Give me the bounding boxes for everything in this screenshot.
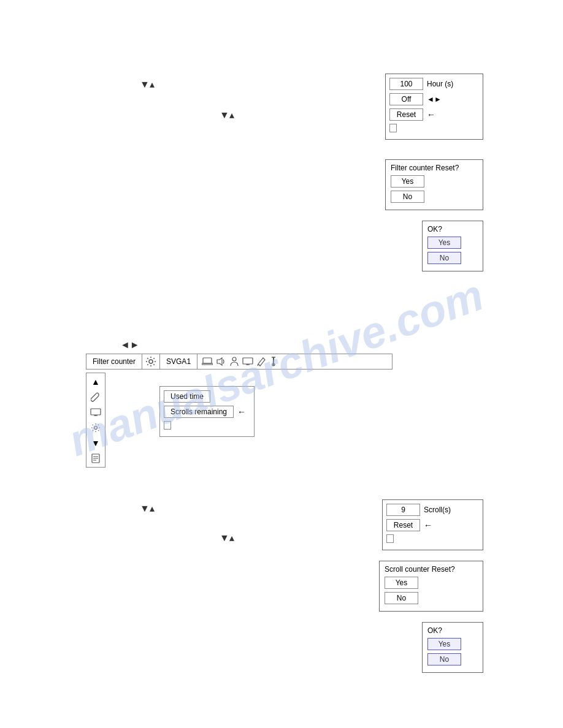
scroll-reset-no-button[interactable]: No	[385, 592, 418, 604]
ok-no-row-bottom: No	[427, 653, 478, 665]
settings-icon-bar[interactable]	[142, 354, 160, 369]
small-square-3	[386, 534, 394, 543]
scroll-small-square-row	[386, 534, 479, 543]
svg-rect-2	[202, 363, 213, 365]
nav-double-arrow: ◄►	[120, 339, 140, 351]
sidebar-wrench-icon[interactable]	[88, 390, 103, 404]
page: manualsarchive.com ▼▴ ▼▴ Hour (s) Off ◄►…	[0, 0, 563, 728]
small-square-2	[164, 421, 171, 430]
used-time-panel: Used time Scrolls remaining ←	[159, 386, 255, 437]
ok-no-button-bottom[interactable]: No	[427, 653, 461, 665]
double-arrow-icon: ◄►	[427, 95, 442, 104]
arrow-right-icon: ←	[427, 110, 435, 119]
hours-unit: Hour (s)	[427, 80, 453, 88]
bottom-arrow-1: ▼▴	[140, 502, 155, 514]
ok-yes-row-top: Yes	[427, 237, 478, 249]
ok-dialog-top: OK? Yes No	[422, 221, 483, 271]
svg-marker-3	[217, 358, 222, 365]
hours-panel: Hour (s) Off ◄► Reset ←	[385, 74, 483, 140]
off-button[interactable]: Off	[389, 93, 423, 105]
filter-counter-reset-dialog: Filter counter Reset? Yes No	[385, 159, 483, 210]
monitor-icon[interactable]	[240, 354, 255, 369]
sidebar-down-icon[interactable]: ▼	[88, 436, 103, 450]
speaker-icon[interactable]	[215, 354, 228, 369]
gear-svg	[145, 356, 156, 367]
ok-yes-button-bottom[interactable]: Yes	[427, 638, 461, 650]
scroll-reset-yes-button[interactable]: Yes	[385, 577, 418, 589]
used-time-row: Used time	[164, 390, 250, 403]
scroll-reset-button[interactable]: Reset	[386, 519, 420, 531]
pencil-icon[interactable]	[255, 354, 267, 369]
ok-yes-row-bottom: Yes	[427, 638, 478, 650]
svg-rect-5	[243, 358, 253, 364]
scroll-reset-yes-row: Yes	[385, 577, 478, 589]
scroll-counter-reset-dialog: Scroll counter Reset? Yes No	[379, 561, 483, 612]
filter-reset-no-row: No	[391, 191, 478, 203]
ok-yes-button-top[interactable]: Yes	[427, 237, 461, 249]
reset-row: Reset ←	[389, 108, 479, 121]
scrolls-arrow-icon: ←	[237, 407, 246, 417]
sidebar-panel: ▲ ▼	[86, 373, 105, 468]
laptop-icon[interactable]	[200, 354, 215, 369]
scroll-reset-no-row: No	[385, 592, 478, 604]
wrench-icon[interactable]	[267, 354, 280, 369]
scrolls-value-row: Scroll(s)	[386, 504, 479, 516]
sidebar-up-icon[interactable]: ▲	[88, 375, 103, 389]
filter-reset-title: Filter counter Reset?	[391, 164, 478, 172]
scrolls-value[interactable]	[386, 504, 420, 516]
svg-line-8	[258, 364, 258, 366]
hours-value[interactable]	[389, 78, 423, 90]
sidebar-document-icon[interactable]	[88, 452, 103, 465]
bottom-arrow-2: ▼▴	[220, 532, 234, 544]
small-square-row	[389, 124, 479, 132]
used-time-button[interactable]: Used time	[164, 390, 210, 403]
scroll-reset-row: Reset ←	[386, 519, 479, 531]
toolbar-icons	[197, 354, 282, 369]
ok-title-top: OK?	[427, 225, 478, 233]
filter-reset-no-button[interactable]: No	[391, 191, 424, 203]
filter-counter-bar: Filter counter SVGA1	[86, 354, 393, 370]
ok-dialog-bottom: OK? Yes No	[422, 622, 483, 673]
sidebar-gear-icon[interactable]	[88, 421, 103, 434]
svg-point-4	[232, 357, 236, 361]
ok-title-bottom: OK?	[427, 626, 478, 635]
scrolls-remaining-row: Scrolls remaining ←	[164, 406, 250, 418]
svg-rect-12	[91, 409, 101, 415]
small-square-icon	[389, 124, 397, 132]
source-label: SVGA1	[160, 354, 197, 369]
top-arrow-2: ▼▴	[220, 109, 234, 121]
sidebar-monitor-icon[interactable]	[88, 406, 103, 419]
reset-button[interactable]: Reset	[389, 108, 423, 121]
used-time-small-square-row	[164, 421, 250, 430]
filter-reset-yes-button[interactable]: Yes	[391, 175, 424, 188]
scrolls-panel: Scroll(s) Reset ←	[382, 499, 483, 550]
ok-no-button-top[interactable]: No	[427, 252, 461, 264]
off-row: Off ◄►	[389, 93, 479, 105]
person-icon[interactable]	[228, 354, 240, 369]
filter-counter-label: Filter counter	[86, 354, 142, 369]
scroll-reset-title: Scroll counter Reset?	[385, 565, 478, 574]
scrolls-unit: Scroll(s)	[424, 506, 451, 514]
filter-reset-yes-row: Yes	[391, 175, 478, 188]
svg-point-0	[149, 360, 153, 363]
scrolls-remaining-button[interactable]: Scrolls remaining	[164, 406, 234, 418]
scroll-reset-arrow-icon: ←	[424, 520, 432, 530]
top-arrow-1: ▼▴	[140, 78, 155, 90]
svg-rect-1	[203, 358, 212, 363]
hours-row: Hour (s)	[389, 78, 479, 90]
ok-no-row-top: No	[427, 252, 478, 264]
svg-point-15	[94, 427, 98, 430]
